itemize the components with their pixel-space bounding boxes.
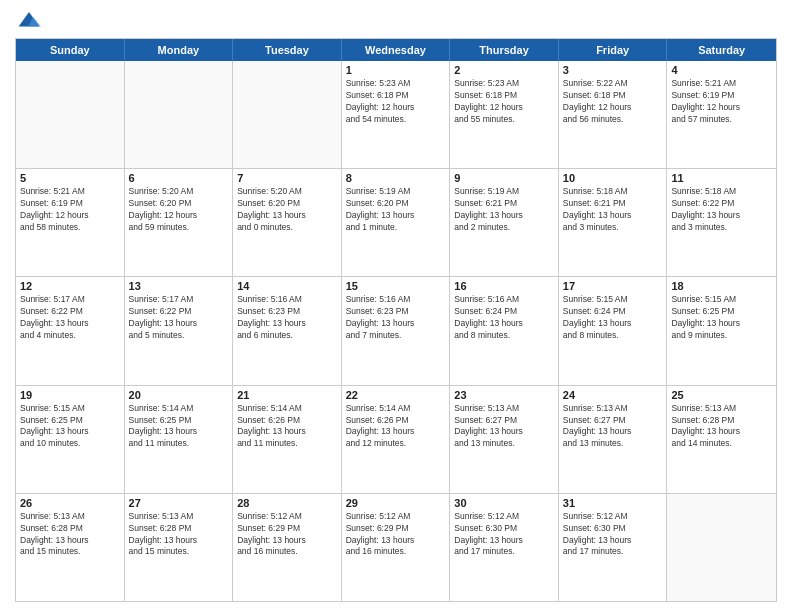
calendar-row-4: 19Sunrise: 5:15 AM Sunset: 6:25 PM Dayli…	[16, 385, 776, 493]
day-number: 6	[129, 172, 229, 184]
logo-icon	[17, 10, 41, 30]
day-cell-14: 14Sunrise: 5:16 AM Sunset: 6:23 PM Dayli…	[233, 277, 342, 384]
day-cell-4: 4Sunrise: 5:21 AM Sunset: 6:19 PM Daylig…	[667, 61, 776, 168]
day-info: Sunrise: 5:16 AM Sunset: 6:23 PM Dayligh…	[237, 294, 337, 342]
day-info: Sunrise: 5:14 AM Sunset: 6:26 PM Dayligh…	[346, 403, 446, 451]
calendar-row-2: 5Sunrise: 5:21 AM Sunset: 6:19 PM Daylig…	[16, 168, 776, 276]
day-number: 15	[346, 280, 446, 292]
weekday-header-saturday: Saturday	[667, 39, 776, 61]
day-info: Sunrise: 5:19 AM Sunset: 6:21 PM Dayligh…	[454, 186, 554, 234]
day-info: Sunrise: 5:20 AM Sunset: 6:20 PM Dayligh…	[237, 186, 337, 234]
day-info: Sunrise: 5:12 AM Sunset: 6:30 PM Dayligh…	[454, 511, 554, 559]
day-cell-10: 10Sunrise: 5:18 AM Sunset: 6:21 PM Dayli…	[559, 169, 668, 276]
day-number: 10	[563, 172, 663, 184]
day-cell-27: 27Sunrise: 5:13 AM Sunset: 6:28 PM Dayli…	[125, 494, 234, 601]
day-cell-13: 13Sunrise: 5:17 AM Sunset: 6:22 PM Dayli…	[125, 277, 234, 384]
day-info: Sunrise: 5:18 AM Sunset: 6:22 PM Dayligh…	[671, 186, 772, 234]
day-cell-11: 11Sunrise: 5:18 AM Sunset: 6:22 PM Dayli…	[667, 169, 776, 276]
day-info: Sunrise: 5:12 AM Sunset: 6:29 PM Dayligh…	[346, 511, 446, 559]
day-info: Sunrise: 5:12 AM Sunset: 6:30 PM Dayligh…	[563, 511, 663, 559]
calendar-header: SundayMondayTuesdayWednesdayThursdayFrid…	[16, 39, 776, 61]
day-info: Sunrise: 5:12 AM Sunset: 6:29 PM Dayligh…	[237, 511, 337, 559]
empty-cell	[16, 61, 125, 168]
empty-cell	[233, 61, 342, 168]
day-info: Sunrise: 5:17 AM Sunset: 6:22 PM Dayligh…	[129, 294, 229, 342]
day-number: 30	[454, 497, 554, 509]
day-info: Sunrise: 5:13 AM Sunset: 6:28 PM Dayligh…	[129, 511, 229, 559]
day-cell-17: 17Sunrise: 5:15 AM Sunset: 6:24 PM Dayli…	[559, 277, 668, 384]
day-number: 24	[563, 389, 663, 401]
day-cell-12: 12Sunrise: 5:17 AM Sunset: 6:22 PM Dayli…	[16, 277, 125, 384]
day-number: 25	[671, 389, 772, 401]
day-info: Sunrise: 5:14 AM Sunset: 6:25 PM Dayligh…	[129, 403, 229, 451]
day-number: 17	[563, 280, 663, 292]
day-cell-19: 19Sunrise: 5:15 AM Sunset: 6:25 PM Dayli…	[16, 386, 125, 493]
day-cell-31: 31Sunrise: 5:12 AM Sunset: 6:30 PM Dayli…	[559, 494, 668, 601]
day-info: Sunrise: 5:13 AM Sunset: 6:28 PM Dayligh…	[671, 403, 772, 451]
empty-cell	[125, 61, 234, 168]
day-number: 20	[129, 389, 229, 401]
weekday-header-thursday: Thursday	[450, 39, 559, 61]
day-number: 29	[346, 497, 446, 509]
day-info: Sunrise: 5:13 AM Sunset: 6:27 PM Dayligh…	[563, 403, 663, 451]
day-info: Sunrise: 5:23 AM Sunset: 6:18 PM Dayligh…	[346, 78, 446, 126]
day-cell-16: 16Sunrise: 5:16 AM Sunset: 6:24 PM Dayli…	[450, 277, 559, 384]
day-number: 22	[346, 389, 446, 401]
day-cell-21: 21Sunrise: 5:14 AM Sunset: 6:26 PM Dayli…	[233, 386, 342, 493]
day-info: Sunrise: 5:16 AM Sunset: 6:23 PM Dayligh…	[346, 294, 446, 342]
day-info: Sunrise: 5:13 AM Sunset: 6:28 PM Dayligh…	[20, 511, 120, 559]
calendar-row-3: 12Sunrise: 5:17 AM Sunset: 6:22 PM Dayli…	[16, 276, 776, 384]
day-number: 12	[20, 280, 120, 292]
day-cell-29: 29Sunrise: 5:12 AM Sunset: 6:29 PM Dayli…	[342, 494, 451, 601]
calendar-body: 1Sunrise: 5:23 AM Sunset: 6:18 PM Daylig…	[16, 61, 776, 601]
day-number: 19	[20, 389, 120, 401]
weekday-header-sunday: Sunday	[16, 39, 125, 61]
day-cell-30: 30Sunrise: 5:12 AM Sunset: 6:30 PM Dayli…	[450, 494, 559, 601]
day-info: Sunrise: 5:15 AM Sunset: 6:24 PM Dayligh…	[563, 294, 663, 342]
day-info: Sunrise: 5:21 AM Sunset: 6:19 PM Dayligh…	[671, 78, 772, 126]
day-info: Sunrise: 5:14 AM Sunset: 6:26 PM Dayligh…	[237, 403, 337, 451]
day-number: 1	[346, 64, 446, 76]
day-cell-20: 20Sunrise: 5:14 AM Sunset: 6:25 PM Dayli…	[125, 386, 234, 493]
day-number: 26	[20, 497, 120, 509]
calendar: SundayMondayTuesdayWednesdayThursdayFrid…	[15, 38, 777, 602]
day-cell-26: 26Sunrise: 5:13 AM Sunset: 6:28 PM Dayli…	[16, 494, 125, 601]
day-cell-28: 28Sunrise: 5:12 AM Sunset: 6:29 PM Dayli…	[233, 494, 342, 601]
day-number: 9	[454, 172, 554, 184]
day-cell-1: 1Sunrise: 5:23 AM Sunset: 6:18 PM Daylig…	[342, 61, 451, 168]
day-cell-18: 18Sunrise: 5:15 AM Sunset: 6:25 PM Dayli…	[667, 277, 776, 384]
day-number: 23	[454, 389, 554, 401]
day-number: 5	[20, 172, 120, 184]
day-info: Sunrise: 5:19 AM Sunset: 6:20 PM Dayligh…	[346, 186, 446, 234]
day-info: Sunrise: 5:15 AM Sunset: 6:25 PM Dayligh…	[20, 403, 120, 451]
day-info: Sunrise: 5:17 AM Sunset: 6:22 PM Dayligh…	[20, 294, 120, 342]
day-number: 31	[563, 497, 663, 509]
day-number: 7	[237, 172, 337, 184]
day-number: 3	[563, 64, 663, 76]
day-cell-15: 15Sunrise: 5:16 AM Sunset: 6:23 PM Dayli…	[342, 277, 451, 384]
day-number: 11	[671, 172, 772, 184]
day-number: 18	[671, 280, 772, 292]
day-number: 8	[346, 172, 446, 184]
day-number: 4	[671, 64, 772, 76]
weekday-header-wednesday: Wednesday	[342, 39, 451, 61]
day-info: Sunrise: 5:21 AM Sunset: 6:19 PM Dayligh…	[20, 186, 120, 234]
day-info: Sunrise: 5:20 AM Sunset: 6:20 PM Dayligh…	[129, 186, 229, 234]
day-number: 16	[454, 280, 554, 292]
header	[15, 10, 777, 30]
weekday-header-monday: Monday	[125, 39, 234, 61]
day-cell-24: 24Sunrise: 5:13 AM Sunset: 6:27 PM Dayli…	[559, 386, 668, 493]
day-cell-8: 8Sunrise: 5:19 AM Sunset: 6:20 PM Daylig…	[342, 169, 451, 276]
calendar-row-1: 1Sunrise: 5:23 AM Sunset: 6:18 PM Daylig…	[16, 61, 776, 168]
day-number: 14	[237, 280, 337, 292]
day-info: Sunrise: 5:13 AM Sunset: 6:27 PM Dayligh…	[454, 403, 554, 451]
day-cell-7: 7Sunrise: 5:20 AM Sunset: 6:20 PM Daylig…	[233, 169, 342, 276]
day-cell-2: 2Sunrise: 5:23 AM Sunset: 6:18 PM Daylig…	[450, 61, 559, 168]
weekday-header-friday: Friday	[559, 39, 668, 61]
logo-text	[15, 10, 41, 30]
day-cell-25: 25Sunrise: 5:13 AM Sunset: 6:28 PM Dayli…	[667, 386, 776, 493]
day-number: 21	[237, 389, 337, 401]
day-number: 28	[237, 497, 337, 509]
day-cell-22: 22Sunrise: 5:14 AM Sunset: 6:26 PM Dayli…	[342, 386, 451, 493]
day-info: Sunrise: 5:18 AM Sunset: 6:21 PM Dayligh…	[563, 186, 663, 234]
